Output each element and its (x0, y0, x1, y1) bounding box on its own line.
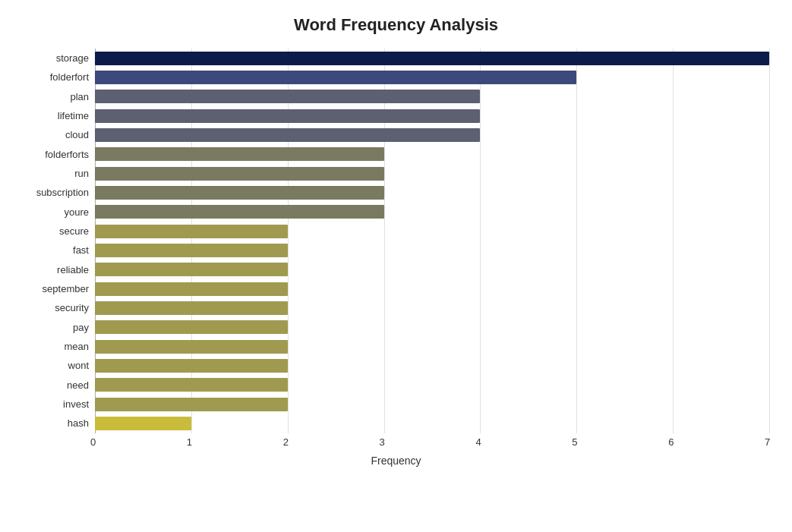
bar-row (95, 69, 769, 86)
bar (95, 340, 288, 354)
bar (95, 378, 288, 392)
y-label: subscription (23, 187, 89, 197)
bar-row (95, 300, 769, 316)
y-label: invest (23, 399, 89, 409)
chart-title: Word Frequency Analysis (23, 15, 769, 35)
bar (95, 109, 480, 123)
bar (95, 398, 288, 411)
grid-and-bars: storagefolderfortplanlifetimecloudfolder… (23, 49, 769, 433)
bar-row (95, 281, 769, 297)
x-tick: 3 (380, 436, 385, 448)
bar (95, 301, 288, 315)
chart-area: storagefolderfortplanlifetimecloudfolder… (23, 49, 769, 467)
y-label: youre (23, 207, 89, 217)
bar (95, 167, 384, 181)
bar (95, 90, 480, 103)
y-label: lifetime (23, 111, 89, 121)
y-label: need (23, 380, 89, 390)
bar-row (95, 223, 769, 240)
bar (95, 225, 288, 238)
y-labels: storagefolderfortplanlifetimecloudfolder… (23, 49, 95, 433)
bar-row (95, 203, 769, 220)
y-label: secure (23, 226, 89, 236)
y-label: folderfort (23, 72, 89, 82)
y-label: hash (23, 418, 89, 428)
x-tick: 2 (283, 436, 289, 448)
x-axis: 01234567 (95, 436, 769, 450)
bar (95, 263, 288, 276)
bar-row (95, 376, 769, 393)
bar-row (95, 242, 769, 259)
bar-row (95, 338, 769, 355)
grid-line (288, 49, 289, 433)
grid-line (191, 49, 192, 433)
y-label: storage (23, 53, 89, 63)
bar (95, 186, 384, 200)
bar-row (95, 184, 769, 201)
bars-section (95, 49, 769, 433)
y-label: cloud (23, 130, 89, 140)
bar (95, 282, 288, 296)
bar-row (95, 165, 769, 182)
grid-line (673, 49, 674, 433)
bar-row (95, 127, 769, 143)
x-tick: 6 (668, 436, 674, 448)
y-label: pay (23, 323, 89, 332)
bar (95, 359, 288, 373)
bar (95, 205, 384, 219)
y-label: mean (23, 342, 89, 351)
y-label: run (23, 168, 89, 178)
y-label: reliable (23, 265, 89, 275)
bar (95, 417, 191, 430)
bar-row (95, 261, 769, 278)
x-tick: 1 (187, 436, 192, 448)
x-axis-label: Frequency (23, 455, 769, 467)
chart-container: Word Frequency Analysis storagefolderfor… (0, 0, 792, 532)
x-tick: 4 (475, 436, 481, 448)
bar (95, 244, 288, 257)
x-tick: 0 (90, 436, 96, 448)
bar-row (95, 108, 769, 124)
y-label: wont (23, 360, 89, 370)
y-label: folderforts (23, 150, 89, 159)
bar (95, 320, 288, 334)
bar (95, 128, 480, 142)
y-label: september (23, 284, 89, 294)
bar (95, 52, 769, 65)
grid-line (769, 49, 770, 433)
bar (95, 71, 576, 84)
bar-row (95, 357, 769, 374)
bar-row (95, 396, 769, 413)
grid-line (384, 49, 385, 433)
bar-row (95, 88, 769, 105)
x-tick: 5 (572, 436, 577, 448)
bar (95, 147, 384, 161)
y-label: plan (23, 92, 89, 102)
bar-row (95, 50, 769, 67)
y-label: fast (23, 245, 89, 255)
bar-row (95, 415, 769, 432)
bar-row (95, 319, 769, 335)
grid-line (480, 49, 481, 433)
grid-line (576, 49, 577, 433)
bar-row (95, 146, 769, 162)
grid-line (95, 49, 96, 433)
x-tick: 7 (765, 436, 770, 448)
grid-lines (95, 49, 769, 433)
y-label: security (23, 303, 89, 313)
